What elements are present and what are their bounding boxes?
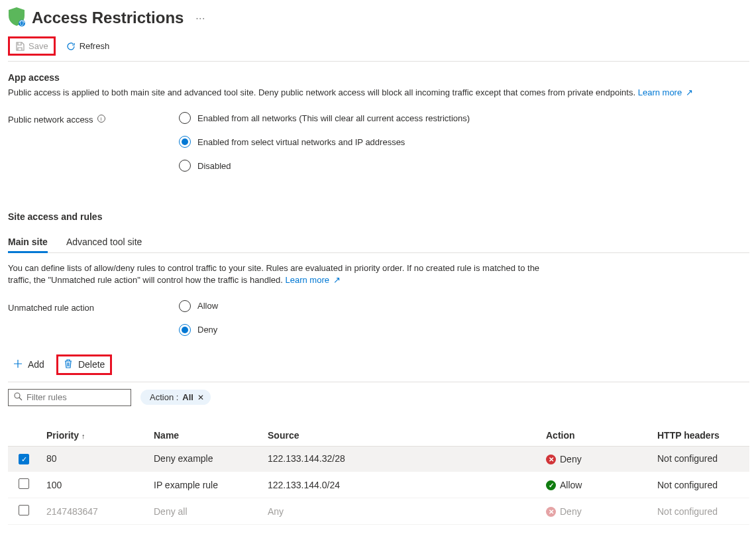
info-icon[interactable]: i (97, 115, 105, 123)
cell-action: ✓Allow (539, 472, 651, 498)
close-icon[interactable]: ✕ (197, 393, 204, 402)
col-name[interactable]: Name (147, 425, 261, 447)
unmatched-rule-action-field: Unmatched rule action Allow Deny (8, 300, 749, 336)
command-bar: Save Refresh (8, 36, 749, 62)
checkbox-checked-icon[interactable]: ✓ (19, 454, 29, 464)
radio-icon (179, 112, 191, 124)
radio-icon (179, 160, 191, 172)
site-access-tabs: Main site Advanced tool site (8, 237, 749, 253)
shield-icon (8, 7, 25, 28)
radio-icon (179, 300, 191, 312)
chip-label: Action : (150, 392, 178, 402)
site-access-heading: Site access and rules (8, 211, 749, 222)
cell-priority: 2147483647 (40, 498, 147, 525)
save-button[interactable]: Save (10, 38, 54, 54)
unmatched-option-deny[interactable]: Deny (179, 324, 218, 336)
action-filter-chip[interactable]: Action : All ✕ (140, 390, 211, 405)
save-highlight-box: Save (8, 36, 56, 56)
cell-priority: 100 (40, 472, 147, 498)
col-http-headers[interactable]: HTTP headers (651, 425, 749, 447)
external-link-icon: ↗ (331, 275, 341, 285)
checkbox-icon[interactable] (19, 505, 29, 515)
sort-asc-icon: ↑ (81, 432, 85, 440)
pna-label: Public network access i (8, 112, 179, 172)
cell-source: 122.133.144.32/28 (261, 446, 539, 472)
cell-name: Deny all (147, 498, 261, 525)
deny-icon: ✕ (546, 507, 556, 517)
svg-point-2 (15, 393, 20, 398)
delete-highlight-box: Delete (56, 354, 112, 375)
cell-name: Deny example (147, 446, 261, 472)
site-access-learn-more-link[interactable]: Learn more ↗ (285, 275, 340, 285)
radio-icon (179, 324, 191, 336)
pna-option-disabled[interactable]: Disabled (179, 160, 470, 172)
checkbox-icon[interactable] (19, 478, 29, 489)
cell-http-headers: Not configured (651, 446, 749, 472)
cell-source: 122.133.144.0/24 (261, 472, 539, 498)
delete-rule-button[interactable]: Delete (58, 356, 110, 373)
radio-icon (179, 136, 191, 148)
add-rule-button[interactable]: Add (8, 356, 50, 373)
filter-bar: Action : All ✕ (8, 389, 749, 406)
pna-radio-group: Enabled from all networks (This will cle… (179, 112, 470, 172)
unmatched-option-label: Deny (197, 325, 217, 335)
allow-icon: ✓ (546, 480, 556, 490)
pna-option-label: Disabled (197, 161, 231, 171)
col-source[interactable]: Source (261, 425, 539, 447)
table-row[interactable]: 100IP example rule122.133.144.0/24✓Allow… (8, 472, 749, 498)
tab-main-site[interactable]: Main site (8, 237, 48, 253)
search-icon (14, 392, 23, 403)
unmatched-radio-group: Allow Deny (179, 300, 218, 336)
rules-table: Priority ↑ Name Source Action HTTP heade… (8, 425, 749, 525)
chip-value: All (182, 392, 193, 402)
col-priority[interactable]: Priority ↑ (40, 425, 147, 447)
save-icon (15, 42, 25, 51)
app-access-learn-more-link[interactable]: Learn more ↗ (638, 87, 693, 97)
page-header: Access Restrictions ··· (8, 7, 749, 36)
more-icon[interactable]: ··· (190, 13, 205, 23)
filter-input-wrap[interactable] (8, 389, 131, 406)
delete-label: Delete (78, 359, 105, 370)
tab-advanced-tool-site[interactable]: Advanced tool site (66, 237, 142, 253)
public-network-access-field: Public network access i Enabled from all… (8, 112, 749, 172)
cell-source: Any (261, 498, 539, 525)
rules-toolbar: Add Delete (8, 354, 749, 382)
table-row[interactable]: ✓80Deny example122.133.144.32/28✕DenyNot… (8, 446, 749, 472)
pna-option-enabled-all[interactable]: Enabled from all networks (This will cle… (179, 112, 470, 124)
external-link-icon: ↗ (683, 87, 693, 97)
app-access-heading: App access (8, 72, 749, 83)
cell-action: ✕Deny (539, 498, 651, 525)
deny-icon: ✕ (546, 455, 556, 464)
refresh-icon (66, 42, 76, 51)
pna-option-enabled-select[interactable]: Enabled from select virtual networks and… (179, 136, 470, 148)
cell-action: ✕Deny (539, 446, 651, 472)
col-checkbox (8, 425, 40, 447)
cell-name: IP example rule (147, 472, 261, 498)
cell-http-headers: Not configured (651, 472, 749, 498)
plus-icon (13, 359, 23, 370)
rules-table-header: Priority ↑ Name Source Action HTTP heade… (8, 425, 749, 447)
app-access-description: Public access is applied to both main si… (8, 87, 704, 99)
save-label: Save (28, 41, 48, 51)
refresh-button[interactable]: Refresh (61, 38, 115, 54)
unmatched-label: Unmatched rule action (8, 300, 179, 336)
svg-point-0 (19, 20, 25, 27)
unmatched-option-label: Allow (197, 301, 218, 311)
pna-option-label: Enabled from select virtual networks and… (197, 137, 405, 147)
add-label: Add (28, 359, 44, 370)
filter-rules-input[interactable] (27, 392, 138, 402)
col-action[interactable]: Action (539, 425, 651, 447)
unmatched-option-allow[interactable]: Allow (179, 300, 218, 312)
page-title: Access Restrictions (32, 9, 184, 27)
refresh-label: Refresh (80, 41, 110, 51)
pna-option-label: Enabled from all networks (This will cle… (197, 113, 470, 123)
cell-http-headers: Not configured (651, 498, 749, 525)
trash-icon (64, 359, 73, 370)
site-access-description: You can define lists of allow/deny rules… (8, 262, 558, 286)
table-row[interactable]: 2147483647Deny allAny✕DenyNot configured (8, 498, 749, 525)
cell-priority: 80 (40, 446, 147, 472)
